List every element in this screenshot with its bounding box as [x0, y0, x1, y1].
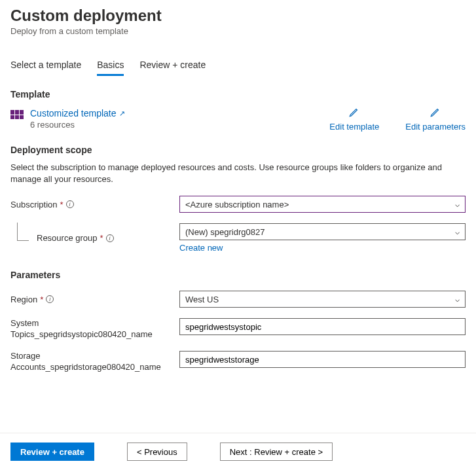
region-label: Region	[10, 295, 37, 304]
customized-template-link[interactable]: Customized template ↗	[30, 108, 125, 118]
resource-group-select[interactable]: (New) spegridrg0827 ⌵	[179, 223, 466, 240]
edit-parameters-button[interactable]: Edit parameters	[405, 106, 466, 132]
page-title: Custom deployment	[10, 7, 466, 25]
tab-bar: Select a template Basics Review + create	[10, 56, 466, 76]
region-value: West US	[185, 295, 219, 304]
chevron-down-icon: ⌵	[455, 295, 460, 304]
edit-template-label: Edit template	[329, 122, 379, 132]
resource-count: 6 resources	[30, 120, 125, 130]
subscription-label: Subscription	[10, 200, 58, 209]
parameters-heading: Parameters	[10, 270, 466, 280]
edit-template-button[interactable]: Edit template	[329, 106, 379, 132]
required-asterisk: *	[60, 200, 64, 209]
edit-parameters-label: Edit parameters	[405, 122, 466, 132]
previous-button[interactable]: < Previous	[127, 443, 187, 461]
system-topics-label-line1: System	[10, 318, 179, 329]
resource-group-label: Resource group	[37, 233, 98, 243]
storage-label-line1: Storage	[10, 351, 179, 362]
scope-heading: Deployment scope	[10, 145, 466, 155]
open-in-new-icon: ↗	[119, 109, 125, 118]
pencil-icon	[430, 106, 441, 118]
storage-input[interactable]	[179, 351, 466, 368]
review-create-button[interactable]: Review + create	[10, 443, 94, 461]
create-new-link[interactable]: Create new	[179, 243, 223, 253]
required-asterisk: *	[40, 295, 43, 304]
tab-select-template[interactable]: Select a template	[10, 56, 81, 76]
customized-template-link-text: Customized template	[30, 108, 117, 118]
region-select[interactable]: West US ⌵	[179, 291, 466, 308]
chevron-down-icon: ⌵	[455, 200, 460, 209]
tab-basics[interactable]: Basics	[97, 56, 124, 76]
page-subtitle: Deploy from a custom template	[10, 26, 466, 36]
chevron-down-icon: ⌵	[455, 227, 460, 236]
subscription-select[interactable]: <Azure subscription name> ⌵	[179, 196, 466, 213]
system-topics-input[interactable]	[179, 318, 466, 335]
pencil-icon	[348, 106, 360, 118]
template-resource-icon	[10, 110, 24, 123]
system-topics-label-line2: Topics_spegridsystopic080420_name	[10, 329, 179, 340]
footer-bar: Review + create < Previous Next : Review…	[0, 433, 476, 470]
template-heading: Template	[10, 89, 466, 99]
required-asterisk: *	[100, 233, 103, 243]
storage-label-line2: Accounts_spegridstorage080420_name	[10, 362, 179, 373]
tree-indent-line	[17, 223, 29, 241]
scope-description: Select the subscription to manage deploy…	[10, 162, 466, 185]
info-icon[interactable]: i	[46, 295, 54, 303]
info-icon[interactable]: i	[66, 200, 74, 208]
info-icon[interactable]: i	[106, 234, 114, 242]
next-button[interactable]: Next : Review + create >	[220, 443, 333, 461]
resource-group-value: (New) spegridrg0827	[185, 227, 265, 237]
tab-review-create[interactable]: Review + create	[139, 56, 206, 76]
subscription-value: <Azure subscription name>	[185, 200, 289, 209]
